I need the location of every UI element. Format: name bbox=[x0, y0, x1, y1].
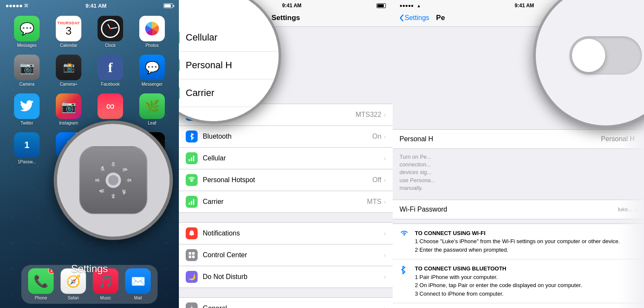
notifications-setting-icon bbox=[186, 227, 198, 239]
app-item-clock[interactable]: Clock bbox=[93, 16, 127, 48]
cellular-setting-icon bbox=[186, 152, 198, 164]
app-item-camera[interactable]: 📷 Camera bbox=[10, 55, 44, 87]
p3-wifi-icon: ▲ bbox=[417, 3, 421, 8]
bluetooth-icon-svg bbox=[188, 133, 196, 140]
dock-phone-icon[interactable]: 📞 1 bbox=[28, 268, 54, 294]
hotspot-icon-svg bbox=[188, 176, 196, 184]
hotspot-desc-text: Turn on Pe... bbox=[400, 154, 431, 160]
p2-time: 9:41 AM bbox=[282, 3, 302, 9]
bluetooth-connect-step1: 1 Pair iPhone with your computer. bbox=[415, 273, 582, 282]
app-item-calendar[interactable]: THURSDAY 3 Calendar bbox=[52, 16, 86, 48]
camera-glyph: 📷 bbox=[20, 61, 34, 75]
app-item-twitter[interactable]: Twitter bbox=[10, 93, 44, 125]
big-toggle[interactable] bbox=[569, 36, 642, 75]
settings-row-general[interactable]: General › bbox=[179, 298, 393, 308]
app-item-messages[interactable]: 💬 Messages bbox=[10, 16, 44, 48]
app-icon-twitter[interactable] bbox=[14, 93, 40, 119]
app-label-1password: 1Passw... bbox=[18, 160, 36, 164]
phone-glyph: 📞 bbox=[34, 274, 49, 288]
p3-dots: ●●●●● bbox=[400, 3, 414, 8]
app-label-calendar: Calendar bbox=[60, 43, 78, 48]
connect-bluetooth-text: TO CONNECT USING BLUETOOTH 1 Pair iPhone… bbox=[415, 264, 582, 298]
dock-mail[interactable]: ✉️ Mail bbox=[125, 268, 151, 300]
status-bar-panel1: ⌘ 9:41 AM bbox=[0, 0, 179, 12]
signal-dot3 bbox=[13, 5, 15, 7]
app-icon-messenger[interactable]: 💬 bbox=[139, 55, 165, 80]
app-icon-photos[interactable] bbox=[139, 16, 165, 41]
dock-mail-icon[interactable]: ✉️ bbox=[125, 268, 151, 294]
svg-point-13 bbox=[191, 180, 193, 182]
bluetooth-connect-icon bbox=[400, 265, 410, 277]
panel-homescreen: ⌘ 9:41 AM 💬 Messages THURSDAY 3 Calendar bbox=[0, 0, 179, 308]
panel-settings: ●●●●● ▲ 9:41 AM Settings Cellular bbox=[179, 0, 393, 308]
back-button[interactable]: Settings bbox=[400, 14, 429, 22]
controlcenter-chevron: › bbox=[384, 252, 386, 259]
connect-bluetooth-row: TO CONNECT USING BLUETOOTH 1 Pair iPhone… bbox=[393, 259, 644, 303]
controlcenter-setting-icon bbox=[186, 249, 198, 261]
wifi-connect-heading: TO CONNECT USING WI-FI bbox=[415, 229, 620, 238]
magnify2-personalh-icon bbox=[179, 58, 180, 73]
app-icon-infinity[interactable]: ∞ bbox=[98, 93, 123, 119]
app-icon-1password[interactable]: 1 bbox=[14, 132, 40, 158]
wifi-connect-step2: 2 Enter the password when prompted. bbox=[415, 246, 620, 254]
p2-battery bbox=[377, 3, 386, 8]
cellular-setting-label: Cellular bbox=[203, 154, 384, 162]
wifi-connect-icon bbox=[400, 230, 410, 240]
app-item-1password[interactable]: 1 1Passw... bbox=[10, 132, 44, 164]
clock-center bbox=[109, 28, 111, 29]
dock-label-phone: Phone bbox=[35, 296, 47, 300]
facebook-glyph: f bbox=[108, 60, 113, 76]
settings-row-notifications[interactable]: Notifications › bbox=[179, 223, 393, 244]
status-signal: ⌘ bbox=[6, 3, 29, 9]
settings-gap1 bbox=[179, 213, 393, 222]
dock-phone[interactable]: 📞 1 Phone bbox=[28, 268, 54, 300]
back-chevron-icon bbox=[400, 15, 404, 21]
hotspot-chevron: › bbox=[384, 177, 386, 183]
magnify-settings-content bbox=[57, 124, 170, 237]
settings-group-system: Notifications › Control Center › 🌙 Do No… bbox=[179, 222, 393, 288]
hotspot-desc-text2: connection... bbox=[400, 161, 431, 168]
controlcenter-setting-label: Control Center bbox=[203, 251, 384, 259]
bluetooth-connect-step3: 3 Connect to iPhone from computer. bbox=[415, 290, 582, 298]
hotspot-desc-text4: use Persona... bbox=[400, 177, 435, 183]
app-item-instagram[interactable]: 📷 Instagram bbox=[52, 93, 86, 125]
app-icon-clock[interactable] bbox=[98, 16, 123, 41]
photos-svg bbox=[144, 20, 161, 37]
mail-glyph: ✉️ bbox=[131, 274, 146, 288]
app-icon-calendar[interactable]: THURSDAY 3 bbox=[56, 16, 81, 41]
twitter-bird-icon bbox=[20, 100, 34, 112]
app-item-facebook[interactable]: f Facebook bbox=[93, 55, 127, 87]
magnify2-carrier: Carrier bbox=[179, 79, 279, 107]
app-icon-camera[interactable]: 📷 bbox=[14, 55, 40, 80]
app-icon-messages[interactable]: 💬 bbox=[14, 16, 40, 41]
settings-row-cellular[interactable]: Cellular › bbox=[179, 148, 393, 169]
app-icon-facebook[interactable]: f bbox=[98, 55, 123, 80]
svg-rect-16 bbox=[193, 199, 194, 205]
wifi-password-section: Wi-Fi Password luke... › bbox=[393, 200, 644, 219]
p2-battery-fill bbox=[377, 4, 384, 7]
app-item-leaf[interactable]: 🌿 Leaf bbox=[135, 93, 169, 125]
phone-badge: 1 bbox=[48, 268, 54, 274]
app-item-messenger[interactable]: 💬 Messenger bbox=[135, 55, 169, 87]
settings-row-bluetooth[interactable]: Bluetooth On › bbox=[179, 126, 393, 148]
app-icon-instagram[interactable]: 📷 bbox=[56, 93, 81, 119]
clock-face bbox=[101, 19, 120, 38]
app-item-photos[interactable]: Photos bbox=[135, 16, 169, 48]
settings-row-carrier[interactable]: Carrier MTS › bbox=[179, 191, 393, 212]
ph-wifi-password-row[interactable]: Wi-Fi Password luke... › bbox=[393, 200, 644, 219]
app-icon-leaf[interactable]: 🌿 bbox=[139, 93, 165, 119]
settings-row-donotdisturb[interactable]: 🌙 Do Not Disturb › bbox=[179, 266, 393, 288]
ph-row-main: Personal H Personal H bbox=[393, 130, 644, 148]
back-label: Settings bbox=[405, 14, 429, 22]
settings-row-hotspot[interactable]: Personal Hotspot Off › bbox=[179, 169, 393, 191]
wifi-value: MTS322 bbox=[356, 111, 381, 119]
app-label-twitter: Twitter bbox=[20, 121, 33, 125]
app-item-cameraplus[interactable]: 📸 Camera+ bbox=[52, 55, 86, 87]
app-icon-cameraplus[interactable]: 📸 bbox=[56, 55, 81, 80]
bluetooth-setting-icon bbox=[186, 131, 198, 142]
messenger-glyph: 💬 bbox=[145, 61, 160, 75]
p3-signal: ●●●●● ▲ bbox=[400, 3, 421, 8]
svg-point-2 bbox=[108, 175, 118, 186]
ph-main-value: Personal H bbox=[601, 135, 635, 143]
settings-row-controlcenter[interactable]: Control Center › bbox=[179, 244, 393, 266]
